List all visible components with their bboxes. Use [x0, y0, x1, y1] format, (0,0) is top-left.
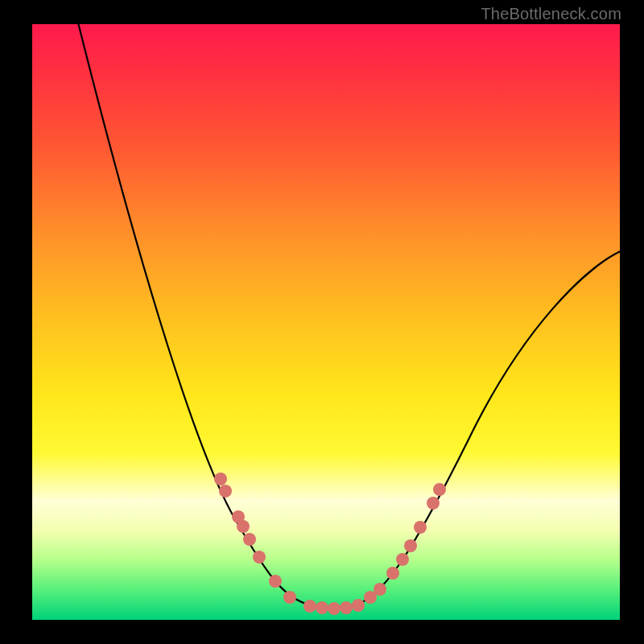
- dot-bottom-2: [328, 602, 341, 615]
- dot-left-7: [283, 591, 296, 604]
- dot-right-2: [386, 567, 399, 580]
- dot-right-3: [396, 553, 409, 566]
- dot-right-4: [404, 539, 417, 552]
- plot-area: [32, 24, 620, 620]
- curve-layer: [32, 24, 620, 620]
- dot-left-5: [253, 551, 266, 564]
- dot-right-5: [414, 521, 427, 534]
- bottleneck-curve: [76, 16, 624, 608]
- watermark-text: TheBottleneck.com: [481, 5, 621, 23]
- dot-bottom-0: [303, 600, 316, 613]
- dot-bottom-3: [340, 601, 353, 614]
- dot-left-0: [214, 473, 227, 485]
- dot-left-6: [269, 575, 282, 588]
- dot-left-1: [219, 485, 232, 497]
- dot-bottom-4: [352, 599, 365, 612]
- dot-right-1: [374, 583, 386, 596]
- dot-right-6: [427, 497, 440, 510]
- dot-left-4: [243, 533, 256, 546]
- dots-right-group: [364, 483, 446, 604]
- dot-right-7: [433, 483, 446, 496]
- dots-left-group: [214, 473, 296, 604]
- dot-left-3: [237, 520, 250, 533]
- dot-bottom-1: [316, 601, 328, 614]
- dots-bottom-group: [303, 599, 365, 615]
- chart-frame: TheBottleneck.com: [0, 0, 644, 644]
